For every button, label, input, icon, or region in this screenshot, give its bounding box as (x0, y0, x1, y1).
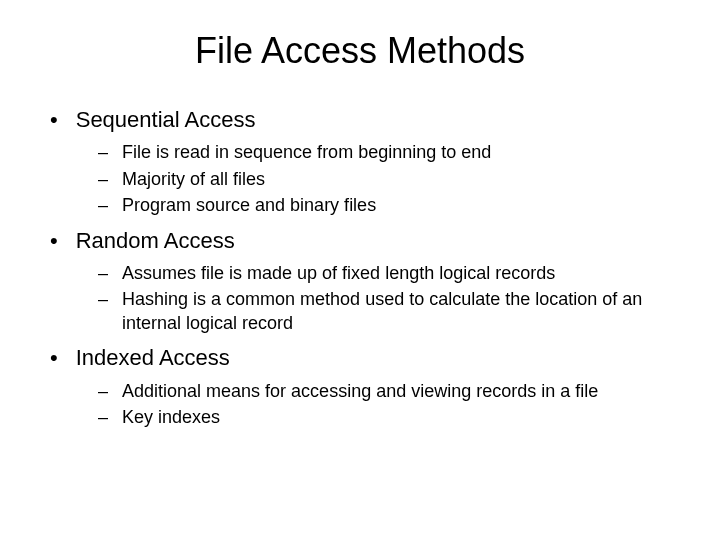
dash-icon: – (98, 141, 108, 164)
bullet-heading: Indexed Access (76, 345, 230, 371)
sub-bullet-text: Assumes file is made up of fixed length … (122, 262, 555, 285)
sub-bullet-text: File is read in sequence from beginning … (122, 141, 491, 164)
bullet-section: • Indexed Access – Additional means for … (50, 345, 690, 429)
bullet-section: • Random Access – Assumes file is made u… (50, 228, 690, 336)
bullet-heading: Sequential Access (76, 107, 256, 133)
bullet-icon: • (50, 109, 58, 131)
dash-icon: – (98, 194, 108, 217)
sub-bullet-item: – Majority of all files (98, 168, 690, 191)
sub-bullet-item: – Program source and binary files (98, 194, 690, 217)
dash-icon: – (98, 262, 108, 285)
sub-bullet-text: Majority of all files (122, 168, 265, 191)
slide-title: File Access Methods (30, 30, 690, 72)
bullet-icon: • (50, 347, 58, 369)
sub-bullet-item: – Additional means for accessing and vie… (98, 380, 690, 403)
bullet-row: • Sequential Access (50, 107, 690, 133)
sub-bullet-text: Key indexes (122, 406, 220, 429)
sub-bullet-text: Additional means for accessing and viewi… (122, 380, 598, 403)
slide-content: • Sequential Access – File is read in se… (30, 107, 690, 429)
dash-icon: – (98, 168, 108, 191)
dash-icon: – (98, 380, 108, 403)
dash-icon: – (98, 406, 108, 429)
bullet-icon: • (50, 230, 58, 252)
sub-bullet-text: Hashing is a common method used to calcu… (122, 288, 682, 335)
sub-bullet-list: – Assumes file is made up of fixed lengt… (50, 262, 690, 335)
sub-bullet-list: – Additional means for accessing and vie… (50, 380, 690, 430)
bullet-row: • Indexed Access (50, 345, 690, 371)
dash-icon: – (98, 288, 108, 311)
sub-bullet-item: – File is read in sequence from beginnin… (98, 141, 690, 164)
bullet-section: • Sequential Access – File is read in se… (50, 107, 690, 218)
bullet-heading: Random Access (76, 228, 235, 254)
sub-bullet-item: – Assumes file is made up of fixed lengt… (98, 262, 690, 285)
sub-bullet-list: – File is read in sequence from beginnin… (50, 141, 690, 217)
bullet-row: • Random Access (50, 228, 690, 254)
sub-bullet-text: Program source and binary files (122, 194, 376, 217)
sub-bullet-item: – Hashing is a common method used to cal… (98, 288, 690, 335)
sub-bullet-item: – Key indexes (98, 406, 690, 429)
